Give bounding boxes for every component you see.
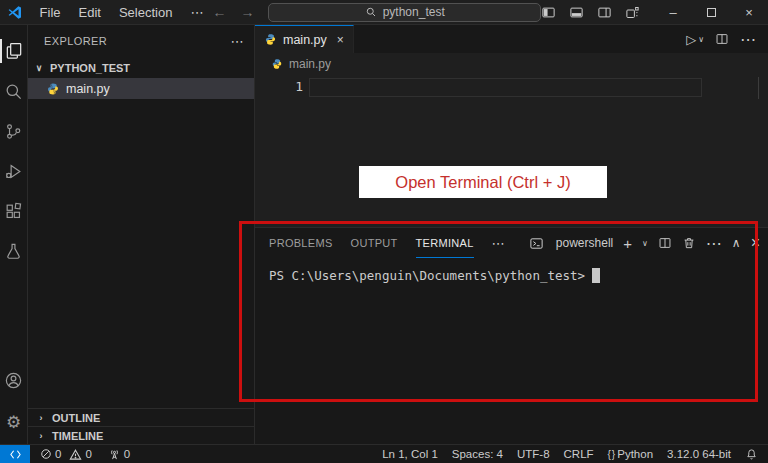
gear-icon: ⚙ [6, 414, 21, 431]
file-item-main-py[interactable]: main.py [28, 78, 254, 99]
ports-count: 0 [124, 448, 130, 460]
problems-status[interactable]: 0 0 [40, 448, 92, 461]
tab-main-py[interactable]: main.py × [255, 25, 354, 53]
close-panel-icon[interactable]: × [751, 234, 760, 252]
outline-section[interactable]: › OUTLINE [28, 408, 254, 426]
activity-search[interactable] [0, 71, 28, 111]
menu-edit[interactable]: Edit [70, 0, 110, 25]
activity-extensions[interactable] [0, 191, 28, 231]
menu-file[interactable]: File [31, 0, 70, 25]
explorer-more-icon[interactable]: ⋯ [231, 34, 244, 49]
folder-name: PYTHON_TEST [50, 62, 130, 74]
encoding[interactable]: UTF-8 [517, 448, 550, 460]
chevron-down-icon: ∨ [698, 35, 704, 44]
status-bar: 0 0 0 Ln 1, Col 1 Spaces: 4 UTF-8 CRLF {… [0, 444, 768, 463]
terminal-dropdown-icon[interactable]: ∨ [642, 239, 648, 248]
language-mode[interactable]: { } Python [608, 448, 653, 460]
editor-content[interactable]: 1 [255, 75, 768, 227]
panel-tab-output[interactable]: OUTPUT [351, 228, 398, 258]
maximize-icon [707, 8, 716, 17]
testing-flask-icon [4, 242, 23, 261]
editor-tab-bar: main.py × ▷ ∨ ⋯ [255, 25, 768, 53]
chevron-down-icon: ∨ [32, 63, 46, 73]
file-name: main.py [66, 82, 110, 96]
toggle-panel-icon[interactable] [569, 5, 584, 20]
remote-indicator[interactable] [0, 445, 30, 463]
python-interpreter[interactable]: 3.12.0 64-bit [667, 448, 731, 460]
panel-tab-terminal[interactable]: TERMINAL [416, 228, 474, 258]
panel-actions-more-icon[interactable]: ⋯ [706, 234, 722, 253]
cursor-position[interactable]: Ln 1, Col 1 [382, 448, 438, 460]
terminal-cursor [592, 268, 600, 283]
tab-close-icon[interactable]: × [337, 33, 344, 47]
editor-scrollbar[interactable] [758, 77, 759, 99]
vscode-logo-icon [7, 4, 23, 21]
activity-account[interactable] [0, 360, 28, 400]
editor-more-icon[interactable]: ⋯ [740, 30, 756, 49]
error-count: 0 [55, 448, 61, 460]
new-terminal-icon[interactable]: + [623, 235, 632, 252]
line-number: 1 [255, 79, 303, 94]
terminal-panel: PROBLEMS OUTPUT TERMINAL ⋯ powershell + … [255, 227, 768, 444]
kill-terminal-trash-icon[interactable] [682, 236, 696, 250]
run-python-file-button[interactable]: ▷ ∨ [686, 32, 704, 47]
powershell-icon [529, 236, 544, 251]
activity-testing[interactable] [0, 231, 28, 271]
breadcrumb[interactable]: main.py [255, 53, 768, 75]
sidebar-title: EXPLORER [44, 35, 107, 47]
tab-label: main.py [283, 33, 327, 47]
extensions-icon [4, 202, 23, 221]
window-minimize-button[interactable]: – [654, 0, 692, 25]
timeline-section[interactable]: › TIMELINE [28, 426, 254, 444]
search-icon [365, 6, 377, 18]
command-center-search[interactable]: python_test [268, 3, 541, 22]
menu-selection[interactable]: Selection [110, 0, 181, 25]
search-icon [4, 82, 23, 101]
activity-bar: ⚙ [0, 25, 28, 444]
radio-tower-icon [108, 448, 121, 461]
folder-section-python-test[interactable]: ∨ PYTHON_TEST [28, 57, 254, 78]
terminal-prompt: PS C:\Users\penguin\Documents\python_tes… [269, 268, 585, 283]
activity-source-control[interactable] [0, 111, 28, 151]
notifications-bell-icon[interactable] [745, 448, 758, 461]
toggle-secondary-sidebar-icon[interactable] [597, 5, 612, 20]
title-bar: File Edit Selection ⋯ ← → python_test [0, 0, 768, 25]
nav-forward-icon[interactable]: → [240, 4, 254, 20]
braces-icon: { } [608, 449, 614, 460]
explorer-files-icon [4, 41, 24, 61]
outline-label: OUTLINE [52, 412, 100, 424]
python-file-icon [271, 58, 283, 70]
split-terminal-icon[interactable] [658, 236, 672, 250]
current-line-highlight [309, 78, 702, 97]
activity-settings[interactable]: ⚙ [0, 402, 28, 442]
shell-name[interactable]: powershell [556, 236, 613, 250]
warnings-icon [69, 448, 82, 461]
remote-icon [9, 448, 22, 461]
split-editor-icon[interactable] [715, 32, 729, 46]
timeline-label: TIMELINE [52, 430, 103, 442]
indentation[interactable]: Spaces: 4 [452, 448, 503, 460]
run-debug-icon [4, 162, 23, 181]
activity-run-debug[interactable] [0, 151, 28, 191]
terminal-output[interactable]: PS C:\Users\penguin\Documents\python_tes… [255, 258, 768, 283]
window-close-button[interactable]: × [730, 0, 768, 25]
source-control-icon [4, 122, 23, 141]
python-file-icon [46, 82, 60, 96]
chevron-right-icon: › [34, 413, 48, 423]
ports-status[interactable]: 0 [108, 448, 130, 461]
panel-tab-problems[interactable]: PROBLEMS [269, 228, 333, 258]
annotation-label: Open Terminal (Ctrl + J) [359, 166, 607, 198]
eol-sequence[interactable]: CRLF [564, 448, 594, 460]
panel-more-icon[interactable]: ⋯ [492, 236, 505, 251]
nav-back-icon[interactable]: ← [212, 4, 226, 20]
breadcrumb-item: main.py [289, 57, 331, 71]
toggle-primary-sidebar-icon[interactable] [541, 5, 556, 20]
customize-layout-icon[interactable] [625, 5, 640, 20]
activity-explorer[interactable] [0, 31, 28, 71]
search-value: python_test [383, 5, 445, 19]
python-file-icon [264, 33, 277, 46]
language-label: Python [617, 448, 653, 460]
window-maximize-button[interactable] [692, 0, 730, 25]
maximize-panel-icon[interactable]: ∧ [732, 236, 741, 250]
menu-more-icon[interactable]: ⋯ [181, 0, 212, 25]
